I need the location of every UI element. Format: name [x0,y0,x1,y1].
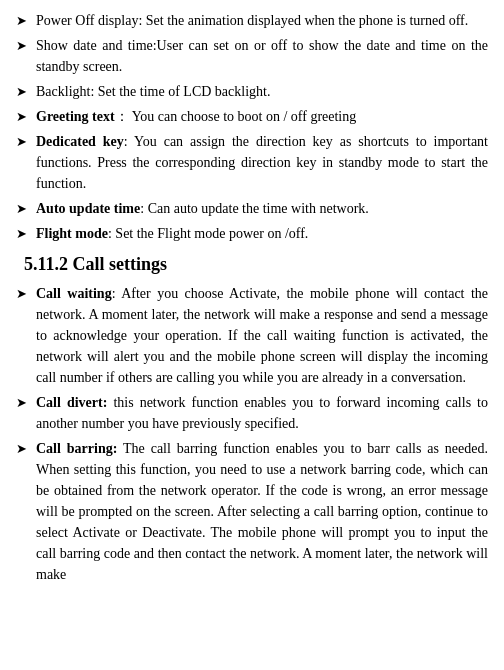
list-item: ➤ Call waiting: After you choose Activat… [16,283,488,388]
greeting-rest: You can choose to boot on / off greeting [129,109,357,124]
bottom-bullet-list: ➤ Call waiting: After you choose Activat… [16,283,488,585]
list-item: ➤ Auto update time: Can auto update the … [16,198,488,219]
list-item: ➤ Call divert: this network function ena… [16,392,488,434]
call-waiting-bold: Call waiting [36,286,112,301]
auto-update-rest: Can auto update the time with network. [148,201,369,216]
section-heading: 5.11.2 Call settings [16,254,488,275]
list-item: ➤ Greeting text： You can choose to boot … [16,106,488,127]
page-content: ➤ Power Off display: Set the animation d… [0,0,504,670]
dedicated-bold: Dedicated key [36,134,124,149]
section-title: Call settings [73,254,168,274]
bullet-arrow: ➤ [16,223,36,244]
list-item: ➤ Flight mode: Set the Flight mode power… [16,223,488,244]
power-off-text: Power Off display: Set the animation dis… [36,10,488,31]
section-number: 5.11.2 [24,254,68,274]
bullet-arrow: ➤ [16,438,36,459]
greeting-text: Greeting text： You can choose to boot on… [36,106,488,127]
flight-mode-text: Flight mode: Set the Flight mode power o… [36,223,488,244]
bullet-arrow: ➤ [16,81,36,102]
list-item: ➤ Power Off display: Set the animation d… [16,10,488,31]
top-bullet-list: ➤ Power Off display: Set the animation d… [16,10,488,244]
dedicated-text: Dedicated key: You can assign the direct… [36,131,488,194]
list-item: ➤ Call barring: The call barring functio… [16,438,488,585]
call-waiting-text: Call waiting: After you choose Activate,… [36,283,488,388]
flight-mode-rest: Set the Flight mode power on /off. [115,226,308,241]
flight-mode-bold: Flight mode [36,226,108,241]
bullet-arrow: ➤ [16,392,36,413]
list-item: ➤ Show date and time:User can set on or … [16,35,488,77]
dedicated-colon: : [124,134,134,149]
call-barring-text: Call barring: The call barring function … [36,438,488,585]
bullet-arrow: ➤ [16,198,36,219]
call-divert-bold: Call divert: [36,395,107,410]
greeting-bold: Greeting text [36,109,115,124]
call-barring-bold: Call barring: [36,441,117,456]
auto-update-colon: : [140,201,147,216]
greeting-colon: ： [115,109,129,124]
bullet-arrow: ➤ [16,131,36,152]
auto-update-text: Auto update time: Can auto update the ti… [36,198,488,219]
call-barring-rest: The call barring function enables you to… [36,441,488,582]
bullet-arrow: ➤ [16,283,36,304]
bullet-arrow: ➤ [16,10,36,31]
call-waiting-colon: : [112,286,122,301]
bullet-arrow: ➤ [16,35,36,56]
list-item: ➤ Dedicated key: You can assign the dire… [16,131,488,194]
list-item: ➤ Backlight: Set the time of LCD backlig… [16,81,488,102]
auto-update-bold: Auto update time [36,201,140,216]
call-divert-text: Call divert: this network function enabl… [36,392,488,434]
bullet-arrow: ➤ [16,106,36,127]
show-date-text: Show date and time:User can set on or of… [36,35,488,77]
backlight-text: Backlight: Set the time of LCD backlight… [36,81,488,102]
